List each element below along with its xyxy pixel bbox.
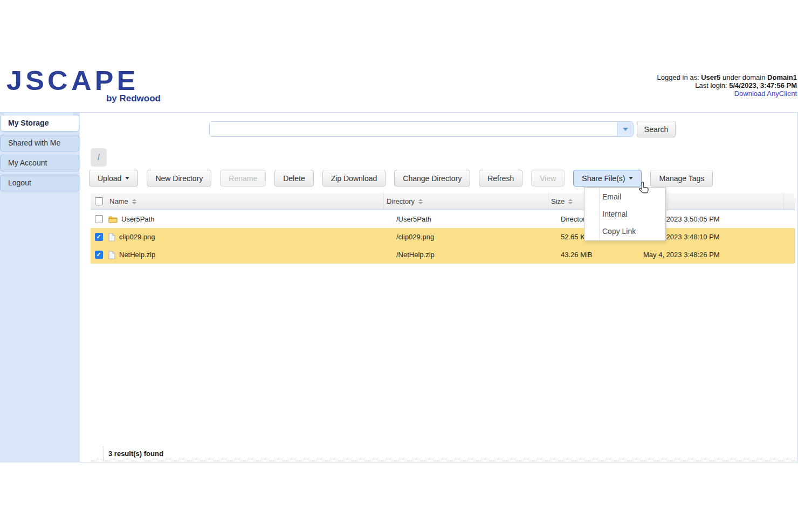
button-label: New Directory [155,174,203,183]
last-login-value: 5/4/2023, 3:47:56 PM [729,81,797,89]
row-checkbox-cell [91,215,107,223]
file-icon [108,233,115,241]
button-label: Delete [283,174,305,183]
under-domain-text: under domain [723,73,766,81]
delete-button[interactable]: Delete [274,170,313,186]
domain-name: Domain1 [767,73,797,81]
toolbar: UploadNew DirectoryRenameDeleteZip Downl… [89,170,713,186]
button-label: View [540,174,556,183]
search-button[interactable]: Search [637,121,676,137]
username: User5 [701,73,720,81]
file-name[interactable]: clip029.png [119,233,155,241]
row-checkbox-cell: ✓ [91,233,107,241]
last-login-label: Last login: [695,81,727,89]
search-input[interactable] [210,122,617,136]
folder-icon [108,216,118,223]
select-all-checkbox[interactable] [95,197,103,205]
sort-icon [418,199,423,204]
sidebar-item-my-storage[interactable]: My Storage [0,115,79,132]
row-checkbox[interactable] [95,215,103,223]
file-name[interactable]: NetHelp.zip [119,251,155,259]
logo-text: JSCAPE [6,67,168,95]
table-row-clip029-png[interactable]: ✓clip029.png/clip029.png52.65 KiBMay 4, … [91,228,795,246]
column-header-name[interactable]: Name [107,193,384,210]
cell-directory: /NetHelp.zip [384,251,548,259]
sidebar-item-logout[interactable]: Logout [0,175,79,191]
footer-gutter [91,446,104,461]
upload-button[interactable]: Upload [89,170,138,186]
menu-item-copy-link[interactable]: Copy Link [584,223,665,240]
button-label: Rename [229,174,257,183]
sidebar-item-shared-with-me[interactable]: Shared with Me [0,135,79,151]
zip-download-button[interactable]: Zip Download [322,170,386,186]
row-checkbox[interactable]: ✓ [95,251,103,259]
header-checkbox-cell [91,197,107,205]
menu-gutter-divider [599,188,600,240]
download-anyclient-link[interactable]: Download AnyClient [657,89,797,98]
row-checkbox-cell: ✓ [91,251,107,259]
button-label: Share File(s) [582,174,625,183]
view-button: View [531,170,565,186]
logged-in-prefix: Logged in as: [657,73,699,81]
button-label: Change Directory [403,174,462,183]
search-dropdown-toggle[interactable] [617,122,633,136]
cell-directory: /clip029.png [384,233,548,241]
caret-down-icon [629,177,633,179]
breadcrumb[interactable]: / [91,148,107,167]
manage-tags-button[interactable]: Manage Tags [650,170,713,186]
caret-down-icon [125,177,129,179]
header-spacer-cell [784,193,795,210]
change-directory-button[interactable]: Change Directory [394,170,470,186]
row-checkbox[interactable]: ✓ [95,233,103,241]
cell-directory: /User5Path [384,215,548,223]
file-name[interactable]: User5Path [121,215,154,223]
table-footer: 3 result(s) found [91,446,795,461]
sort-icon [132,199,136,204]
logged-in-line: Logged in as: User5 under domain Domain1 [657,73,797,81]
table-row-user5path[interactable]: User5Path/User5PathDirectoryMay 4, 2023 … [91,210,795,228]
new-directory-button[interactable]: New Directory [147,170,211,186]
sidebar-item-my-account[interactable]: My Account [0,155,79,171]
share-file-s-button[interactable]: Share File(s) [573,170,642,186]
sidebar: My StorageShared with MeMy AccountLogout [0,113,80,462]
table-body: User5Path/User5PathDirectoryMay 4, 2023 … [91,210,795,264]
button-label: Zip Download [331,174,377,183]
cell-date: May 4, 2023 3:48:26 PM [640,251,784,259]
last-login-line: Last login: 5/4/2023, 3:47:56 PM [657,81,797,89]
result-count: 3 result(s) found [104,450,163,458]
table-header-row: Name Directory Size Date [91,193,795,210]
table-row-nethelp-zip[interactable]: ✓NetHelp.zip/NetHelp.zip43.26 MiBMay 4, … [91,246,795,264]
cell-name: clip029.png [107,233,384,241]
button-label: Manage Tags [659,174,704,183]
cell-name: User5Path [107,215,384,223]
sort-icon [568,199,573,204]
cell-name: NetHelp.zip [107,251,384,259]
refresh-button[interactable]: Refresh [479,170,522,186]
user-info: Logged in as: User5 under domain Domain1… [657,73,797,98]
cell-size: 43.26 MiB [548,251,640,259]
file-icon [108,251,115,259]
column-header-directory[interactable]: Directory [384,193,548,210]
share-menu: EmailInternalCopy Link [584,187,666,241]
chevron-down-icon [623,128,628,131]
main-panel: My StorageShared with MeMy AccountLogout… [0,112,797,462]
rename-button: Rename [220,170,266,186]
menu-item-email[interactable]: Email [584,188,665,205]
button-label: Upload [98,174,121,183]
file-table: Name Directory Size Date User5Path/User5… [91,193,795,264]
jscape-logo: JSCAPE by Redwood [6,67,162,104]
menu-item-internal[interactable]: Internal [584,205,665,223]
button-label: Refresh [487,174,514,183]
search-box [209,121,634,137]
